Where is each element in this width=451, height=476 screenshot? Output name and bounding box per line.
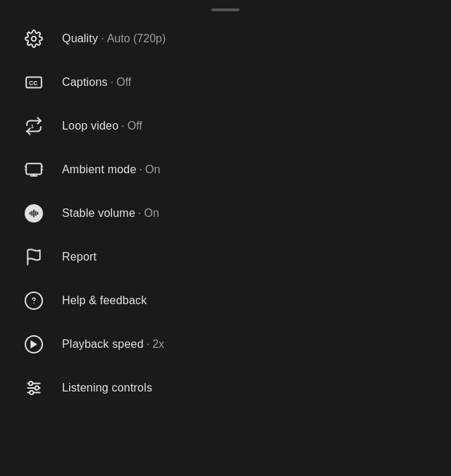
loop-icon: 1 (17, 117, 51, 135)
ambient-mode-value: On (145, 163, 160, 176)
svg-text:CC: CC (29, 80, 38, 87)
playback-speed-value: 2x (152, 338, 164, 351)
playback-speed-label: Playback speed (62, 338, 144, 351)
menu-item-help-feedback[interactable]: Help & feedback (0, 279, 451, 322)
loop-video-value: Off (128, 120, 142, 132)
loop-video-label: Loop video (62, 120, 118, 132)
menu-item-captions[interactable]: CC Captions · Off (0, 61, 451, 104)
stable-volume-value: On (144, 207, 159, 220)
menu-item-report[interactable]: Report (0, 235, 451, 279)
menu-item-playback-speed[interactable]: Playback speed · 2x (0, 322, 451, 366)
stable-volume-label: Stable volume (62, 207, 135, 220)
sliders-icon (17, 379, 51, 397)
svg-point-23 (35, 386, 39, 389)
captions-value: Off (116, 76, 131, 89)
ambient-icon (17, 161, 51, 179)
captions-label: Captions (62, 76, 108, 89)
menu-item-loop-video[interactable]: 1 Loop video · Off (0, 104, 451, 148)
gear-icon (17, 30, 51, 48)
menu-list: Quality · Auto (720p) CC Captions · Off … (0, 17, 451, 410)
playback-speed-icon (17, 335, 51, 353)
svg-text:1: 1 (31, 123, 34, 130)
menu-item-stable-volume[interactable]: Stable volume · On (0, 192, 451, 235)
quality-label: Quality (62, 32, 98, 45)
svg-point-0 (32, 37, 37, 42)
menu-item-listening-controls[interactable]: Listening controls (0, 366, 451, 410)
quality-value: Auto (720p) (107, 32, 166, 45)
ambient-mode-label: Ambient mode (62, 163, 137, 176)
help-icon (17, 292, 51, 310)
report-label: Report (62, 251, 97, 263)
drag-handle[interactable] (211, 8, 240, 11)
svg-marker-18 (30, 340, 37, 349)
cc-icon: CC (17, 73, 51, 92)
flag-icon (17, 248, 51, 266)
stable-volume-icon (17, 204, 51, 223)
menu-item-ambient-mode[interactable]: Ambient mode · On (0, 148, 451, 192)
help-feedback-label: Help & feedback (62, 294, 147, 307)
svg-rect-4 (26, 163, 42, 174)
menu-item-quality[interactable]: Quality · Auto (720p) (0, 17, 451, 61)
svg-point-24 (30, 391, 33, 394)
listening-controls-label: Listening controls (62, 382, 152, 394)
svg-point-22 (29, 382, 32, 385)
